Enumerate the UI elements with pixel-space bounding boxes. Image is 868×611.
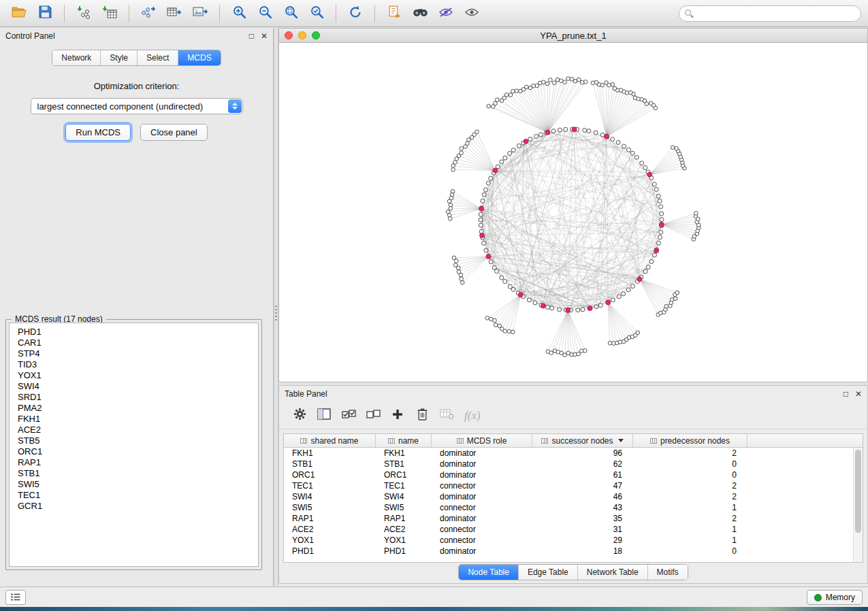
zoom-selected-button[interactable] [304, 3, 329, 24]
deselect-all-rows-button[interactable] [362, 406, 384, 425]
table-cell[interactable]: connector [432, 503, 532, 512]
table-cell[interactable]: dominator [432, 459, 532, 469]
network-node[interactable] [611, 298, 615, 302]
network-node[interactable] [584, 80, 588, 84]
network-node[interactable] [634, 155, 639, 159]
network-node[interactable] [454, 259, 458, 263]
column-header-predecessor-nodes[interactable]: predecessor nodes [633, 434, 748, 447]
network-node[interactable] [495, 269, 499, 274]
table-cell[interactable]: dominator [432, 470, 532, 480]
network-node[interactable] [479, 218, 483, 222]
network-node[interactable] [508, 151, 512, 155]
network-node[interactable] [622, 292, 626, 296]
network-node[interactable] [485, 316, 489, 320]
network-node[interactable] [594, 305, 598, 309]
network-node[interactable] [539, 133, 543, 137]
network-node-dominator[interactable] [518, 293, 523, 297]
network-node[interactable] [656, 194, 660, 198]
table-cell[interactable]: RAP1 [284, 514, 376, 523]
export-table-button[interactable] [162, 3, 187, 24]
table-cell[interactable]: 2 [633, 481, 748, 491]
mcds-result-item[interactable]: STP4 [10, 348, 258, 359]
column-header-shared-name[interactable]: shared name [284, 434, 376, 447]
network-node[interactable] [633, 96, 637, 100]
network-node[interactable] [533, 301, 537, 305]
table-cell[interactable]: ACE2 [376, 525, 432, 534]
table-cell[interactable]: 1 [633, 535, 748, 545]
export-network-button[interactable] [136, 3, 161, 24]
network-node[interactable] [494, 323, 498, 327]
network-node[interactable] [576, 308, 580, 312]
network-node[interactable] [657, 241, 661, 245]
network-node[interactable] [581, 308, 585, 312]
network-node[interactable] [622, 144, 626, 148]
network-node[interactable] [489, 176, 493, 180]
network-node[interactable] [456, 266, 460, 270]
network-node[interactable] [583, 128, 587, 132]
network-node[interactable] [549, 78, 553, 82]
network-node[interactable] [675, 146, 679, 150]
network-node[interactable] [652, 182, 656, 186]
network-node[interactable] [500, 276, 504, 280]
network-node[interactable] [659, 205, 663, 209]
network-node-dominator[interactable] [606, 300, 611, 305]
network-canvas[interactable] [279, 43, 867, 382]
close-panel-icon[interactable]: ✕ [855, 390, 862, 398]
table-cell[interactable]: 62 [532, 459, 633, 469]
minimize-window-icon[interactable] [298, 31, 306, 39]
network-node[interactable] [671, 146, 675, 150]
network-node[interactable] [566, 77, 570, 81]
mcds-result-item[interactable]: ORC1 [10, 446, 258, 457]
network-node[interactable] [577, 78, 581, 82]
table-row[interactable]: ACE2ACE2connector311 [284, 524, 863, 535]
mcds-result-item[interactable]: TEC1 [10, 490, 258, 501]
network-node[interactable] [630, 284, 634, 288]
network-node[interactable] [482, 193, 486, 197]
mcds-result-item[interactable]: RAP1 [10, 457, 258, 468]
network-node[interactable] [649, 101, 653, 105]
network-node[interactable] [511, 148, 515, 152]
criterion-dropdown[interactable]: largest connected component (undirected) [31, 98, 243, 114]
network-node[interactable] [528, 86, 532, 90]
network-node-dominator[interactable] [647, 172, 652, 177]
table-cell[interactable]: PHD1 [376, 546, 432, 556]
network-node[interactable] [481, 199, 485, 203]
table-cell[interactable]: 0 [633, 546, 748, 556]
table-cell[interactable]: 0 [633, 470, 748, 480]
network-node[interactable] [563, 353, 567, 357]
network-node[interactable] [654, 187, 658, 191]
network-node[interactable] [570, 77, 574, 81]
network-node[interactable] [489, 317, 493, 321]
network-node[interactable] [563, 80, 567, 84]
mcds-result-item[interactable]: PHD1 [10, 327, 258, 337]
network-node[interactable] [673, 297, 677, 301]
close-window-icon[interactable] [285, 31, 293, 39]
mcds-result-item[interactable]: STB1 [10, 468, 258, 479]
mcds-result-item[interactable]: CAR1 [10, 337, 258, 348]
network-node[interactable] [467, 138, 471, 142]
network-node-dominator[interactable] [480, 233, 485, 238]
table-cell[interactable]: SWI5 [284, 503, 376, 512]
network-node[interactable] [509, 93, 513, 97]
network-node[interactable] [664, 304, 669, 308]
network-node[interactable] [482, 241, 486, 245]
table-cell[interactable]: STB1 [284, 459, 376, 469]
network-node[interactable] [515, 89, 519, 93]
table-cell[interactable]: ORC1 [376, 470, 432, 480]
delete-column-button[interactable] [411, 406, 433, 425]
mcds-result-item[interactable]: TID3 [10, 359, 258, 370]
hide-selected-button[interactable] [434, 3, 458, 24]
clone-network-button[interactable] [382, 3, 406, 24]
table-cell[interactable]: FKH1 [284, 448, 376, 458]
tab-network-table[interactable]: Network Table [578, 565, 648, 580]
network-node[interactable] [552, 81, 556, 85]
network-node[interactable] [626, 148, 630, 152]
apply-layout-button[interactable] [343, 3, 368, 24]
mcds-result-item[interactable]: YOX1 [10, 370, 258, 381]
table-cell[interactable]: connector [432, 535, 532, 545]
network-node[interactable] [535, 84, 539, 88]
network-node[interactable] [460, 146, 464, 150]
network-node[interactable] [500, 99, 504, 103]
table-cell[interactable]: 46 [532, 492, 633, 501]
network-node[interactable] [577, 352, 581, 356]
